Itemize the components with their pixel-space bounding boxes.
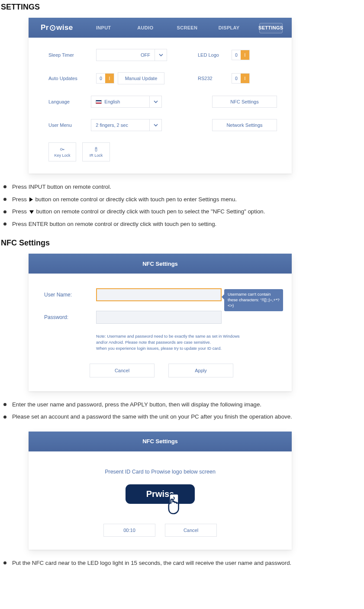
key-lock-button[interactable]: Key Lock <box>48 142 76 161</box>
tab-settings[interactable]: SETTINGS <box>250 18 292 38</box>
tab-input[interactable]: INPUT <box>83 18 125 38</box>
bullet: Please set an account and a password the… <box>3 412 364 422</box>
bullet: Press button on remote control or direct… <box>3 195 364 205</box>
nfc-panel-header: NFC Settings <box>29 254 292 274</box>
prowise-logo: Pr wise <box>29 23 83 32</box>
present-instruction: Present ID Card to Prowise logo below sc… <box>42 469 279 475</box>
key-icon <box>59 146 65 152</box>
sleep-timer-select[interactable]: OFF <box>96 49 167 61</box>
toggle-off: 0 <box>232 74 241 83</box>
ir-lock-button[interactable]: IR Lock <box>82 142 110 161</box>
nfc-note: Note: Username and password need to be e… <box>96 333 252 351</box>
bullet: Enter the user name and password, press … <box>3 400 364 410</box>
instructions-1: Press INPUT button on remote control. Pr… <box>3 182 364 229</box>
apply-button[interactable]: Apply <box>168 364 233 377</box>
nfc-present-header: NFC Settings <box>29 432 292 451</box>
remote-icon <box>93 146 99 152</box>
led-logo-toggle[interactable]: 0 I <box>232 50 250 60</box>
bullet: Put the NFC card near to the LED logo li… <box>3 558 364 568</box>
key-lock-label: Key Lock <box>54 153 70 158</box>
username-input[interactable] <box>96 288 222 301</box>
tab-audio[interactable]: AUDIO <box>124 18 166 38</box>
rs232-label: RS232 <box>198 76 232 81</box>
flag-uk-icon <box>96 100 102 104</box>
chevron-down-icon <box>149 96 161 107</box>
id-card-graphic: Pr wise <box>126 484 195 504</box>
settings-header: Pr wise INPUT AUDIO SCREEN DISPLAY SETTI… <box>29 18 292 38</box>
chevron-down-icon <box>149 119 161 131</box>
svg-point-0 <box>60 148 62 151</box>
heading-nfc: NFC Settings <box>1 238 364 248</box>
language-value: English <box>104 99 120 104</box>
cancel-button[interactable]: Cancel <box>90 364 155 377</box>
tab-screen[interactable]: SCREEN <box>166 18 208 38</box>
auto-updates-label: Auto Updates <box>48 76 96 81</box>
logo-text-a: Pr <box>41 23 49 32</box>
logo-ring-icon <box>50 25 55 31</box>
toggle-on: I <box>241 50 249 60</box>
toggle-off: 0 <box>232 50 241 60</box>
username-tooltip: Username can't contain these characters:… <box>224 289 283 311</box>
language-label: Language <box>48 99 91 104</box>
ir-lock-label: IR Lock <box>90 153 103 158</box>
manual-update-button[interactable]: Manual Update <box>118 72 164 84</box>
led-logo-label: LED Logo <box>198 52 232 58</box>
password-label: Password: <box>44 314 96 320</box>
instructions-2: Enter the user name and password, press … <box>3 400 364 422</box>
instructions-3: Put the NFC card near to the LED logo li… <box>3 558 364 568</box>
timer-display: 00:10 <box>103 524 155 537</box>
password-input[interactable] <box>96 311 222 324</box>
tab-display[interactable]: DISPLAY <box>208 18 250 38</box>
toggle-on: I <box>105 74 114 83</box>
bullet: Press ENTER button on remote control or … <box>3 219 364 229</box>
hand-card-icon <box>162 492 186 518</box>
bullet: Press INPUT button on remote control. <box>3 182 364 192</box>
heading-settings: SETTINGS <box>1 3 364 12</box>
username-label: User Name: <box>44 292 96 298</box>
cancel-button[interactable]: Cancel <box>165 524 217 537</box>
network-settings-button[interactable]: Network Settings <box>212 119 277 131</box>
tab-bar: INPUT AUDIO SCREEN DISPLAY SETTINGS <box>83 18 292 38</box>
triangle-down-icon <box>29 210 34 214</box>
user-menu-select[interactable]: 2 fingers, 2 sec <box>91 119 162 131</box>
user-menu-value: 2 fingers, 2 sec <box>96 122 128 128</box>
nfc-present-panel: NFC Settings Present ID Card to Prowise … <box>29 432 292 550</box>
user-menu-label: User Menu <box>48 122 91 128</box>
card-logo-a: Pr <box>146 489 155 499</box>
rs232-toggle[interactable]: 0 I <box>232 73 250 84</box>
auto-updates-toggle[interactable]: 0 I <box>96 73 114 84</box>
nfc-settings-button[interactable]: NFC Settings <box>212 96 277 108</box>
logo-text-b: wise <box>56 23 73 32</box>
settings-panel: Pr wise INPUT AUDIO SCREEN DISPLAY SETTI… <box>29 18 292 174</box>
sleep-timer-label: Sleep Timer <box>48 52 96 58</box>
toggle-on: I <box>241 74 249 83</box>
triangle-right-icon <box>29 197 33 202</box>
sleep-timer-value: OFF <box>141 52 150 58</box>
svg-point-2 <box>96 148 96 148</box>
nfc-login-panel: NFC Settings Username can't contain thes… <box>29 254 292 391</box>
chevron-down-icon <box>155 49 167 61</box>
toggle-off: 0 <box>97 74 105 83</box>
bullet: Press button on remote control or direct… <box>3 207 364 217</box>
language-select[interactable]: English <box>91 96 162 108</box>
